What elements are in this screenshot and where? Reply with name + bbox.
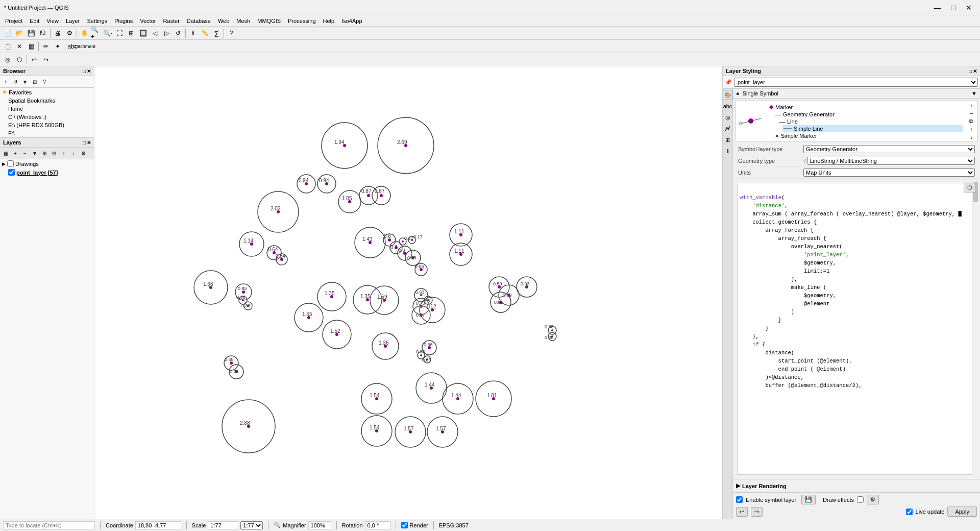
browser-spatial-bookmarks[interactable]: Spatial Bookmarks — [6, 96, 94, 105]
symbol-type-dropdown-icon[interactable]: ▼ — [971, 90, 977, 96]
layer-styling-expand-btn[interactable]: □ — [969, 68, 972, 74]
save-as-btn[interactable]: 🖫 — [37, 28, 48, 39]
help-btn[interactable]: ? — [226, 28, 237, 39]
map-area[interactable]: 1.94 2.69 0.94 0.94 1.05 0.87 0.87 2.02 — [94, 66, 722, 519]
zoom-in-btn[interactable]: 🔍+ — [90, 28, 102, 39]
layer-drawings[interactable]: ▶ Drawings — [0, 159, 94, 168]
menu-edit[interactable]: Edit — [27, 17, 42, 25]
redo-style-btn[interactable]: ↪ — [751, 507, 763, 517]
sym-geom-gen-row[interactable]: — Geometry Generator — [774, 111, 963, 118]
deselect-btn[interactable]: ✕ — [14, 41, 25, 52]
measure-btn[interactable]: 📏 — [199, 28, 210, 39]
browser-f-drive[interactable]: F:\ — [6, 129, 94, 137]
browser-home[interactable]: Home — [6, 105, 94, 113]
layers-close-btn[interactable]: ✕ — [87, 140, 91, 146]
undo-style-btn[interactable]: ↩ — [736, 507, 748, 517]
menu-view[interactable]: View — [43, 17, 62, 25]
style-fields-btn[interactable]: ⊞ — [723, 135, 733, 145]
menu-vector[interactable]: Vector — [137, 17, 159, 25]
menu-web[interactable]: Web — [215, 17, 232, 25]
save-style-btn[interactable]: 💾 — [801, 495, 816, 504]
edit-btn[interactable]: ✏ — [40, 41, 52, 52]
close-button[interactable]: ✕ — [962, 3, 976, 13]
sym-move-down-btn[interactable]: ↓ — [966, 133, 976, 140]
sym-simple-line-row[interactable]: Simple Line — [782, 125, 963, 132]
browser-refresh-btn[interactable]: ↺ — [11, 77, 20, 86]
layer-point-layer[interactable]: point_layer [57] — [6, 168, 94, 177]
menu-layer[interactable]: Layer — [63, 17, 83, 25]
menu-mmqgis[interactable]: MMQGIS — [254, 17, 284, 25]
identify-btn[interactable]: ℹ — [187, 28, 199, 39]
browser-c-drive[interactable]: C:\ (Windows :) — [6, 113, 94, 121]
snap-btn[interactable]: ◎ — [2, 54, 13, 65]
layers-collapse-btn[interactable]: □ — [83, 140, 86, 146]
print-btn[interactable]: 🖨 — [52, 28, 63, 39]
magnifier-input[interactable] — [308, 521, 331, 529]
enable-symbol-checkbox[interactable] — [736, 496, 743, 503]
menu-plugins[interactable]: Plugins — [111, 17, 136, 25]
sym-duplicate-btn[interactable]: ⧉ — [966, 117, 976, 125]
browser-close-btn[interactable]: ✕ — [87, 68, 91, 74]
menu-mesh[interactable]: Mesh — [233, 17, 253, 25]
open-project-btn[interactable]: 📂 — [14, 28, 25, 39]
menu-project[interactable]: Project — [2, 17, 26, 25]
live-update-checkbox[interactable] — [906, 509, 913, 515]
browser-add-btn[interactable]: + — [1, 77, 10, 86]
layer-drawings-checkbox[interactable] — [7, 160, 14, 167]
menu-help[interactable]: Help — [320, 17, 338, 25]
layers-settings-btn[interactable]: ⚙ — [79, 149, 88, 158]
refresh-btn[interactable]: ↺ — [173, 28, 184, 39]
layers-add-btn[interactable]: + — [11, 149, 20, 158]
style-labels-btn[interactable]: abc — [723, 101, 733, 111]
select-btn[interactable]: ⬚ — [2, 41, 13, 52]
redo-btn[interactable]: ↪ — [40, 54, 52, 65]
rotation-input[interactable] — [365, 521, 390, 529]
zoom-out-btn[interactable]: 🔍- — [102, 28, 113, 39]
layers-expand-btn[interactable]: ⊞ — [40, 149, 49, 158]
browser-filter-btn[interactable]: ▼ — [20, 77, 30, 86]
zoom-full-btn[interactable]: ⛶ — [114, 28, 125, 39]
layer-styling-close-btn[interactable]: ✕ — [973, 68, 977, 74]
browser-collapse-all-btn[interactable]: ⊟ — [30, 77, 39, 86]
add-feature-btn[interactable]: ✦ — [52, 41, 63, 52]
layers-move-up-btn[interactable]: ↑ — [59, 149, 68, 158]
layers-remove-btn[interactable]: − — [20, 149, 30, 158]
draw-effects-settings-btn[interactable]: ⚙ — [867, 495, 879, 504]
minimize-button[interactable]: — — [930, 3, 945, 13]
geometry-type-select[interactable]: LineString / MultiLineString — [807, 157, 975, 165]
layers-move-down-btn[interactable]: ↓ — [69, 149, 78, 158]
catchment-btn[interactable]: Catchment — [79, 41, 90, 52]
browser-favorites[interactable]: ★ Favorites — [0, 88, 94, 96]
symbol-layer-type-select[interactable]: Geometry Generator — [803, 145, 975, 153]
style-metadata-btn[interactable]: ℹ — [723, 146, 733, 156]
scale-input[interactable] — [208, 521, 238, 529]
save-project-btn[interactable]: 💾 — [26, 28, 37, 39]
maximize-button[interactable]: □ — [947, 3, 960, 13]
pan-btn[interactable]: ✋ — [79, 28, 90, 39]
zoom-layer-btn[interactable]: 🔲 — [137, 28, 149, 39]
topology-btn[interactable]: ⬡ — [14, 54, 25, 65]
units-select[interactable]: Map Units — [803, 168, 975, 177]
new-project-btn[interactable]: 📄 — [2, 28, 13, 39]
layers-collapse-btn[interactable]: ⊟ — [50, 149, 59, 158]
sym-remove-layer-btn[interactable]: − — [966, 110, 976, 117]
code-expand-btn[interactable]: ⬡ — [964, 183, 976, 192]
render-checkbox[interactable] — [401, 522, 408, 528]
locate-input[interactable] — [3, 521, 95, 529]
style-3d-btn[interactable]: 🗲 — [723, 124, 733, 134]
menu-database[interactable]: Database — [184, 17, 214, 25]
browser-help-btn[interactable]: ? — [40, 77, 49, 86]
sym-move-up-btn[interactable]: ↑ — [966, 126, 976, 133]
browser-collapse-btn[interactable]: □ — [83, 68, 86, 74]
undo-btn[interactable]: ↩ — [29, 54, 40, 65]
epsg-item[interactable]: EPSG:3857 — [439, 522, 469, 528]
code-editor-scrollbar[interactable] — [972, 181, 978, 477]
layers-filter-btn[interactable]: ▼ — [30, 149, 39, 158]
menu-processing[interactable]: Processing — [285, 17, 318, 25]
scale-select[interactable]: 1:77 — [240, 521, 263, 529]
style-symbology-btn[interactable]: 🎨 — [723, 90, 733, 100]
apply-button[interactable]: Apply — [947, 506, 977, 517]
layer-rendering-header[interactable]: ▶ Layer Rendering — [736, 481, 977, 490]
zoom-last-btn[interactable]: ◁ — [149, 28, 160, 39]
layers-open-attr-btn[interactable]: ▦ — [1, 149, 10, 158]
